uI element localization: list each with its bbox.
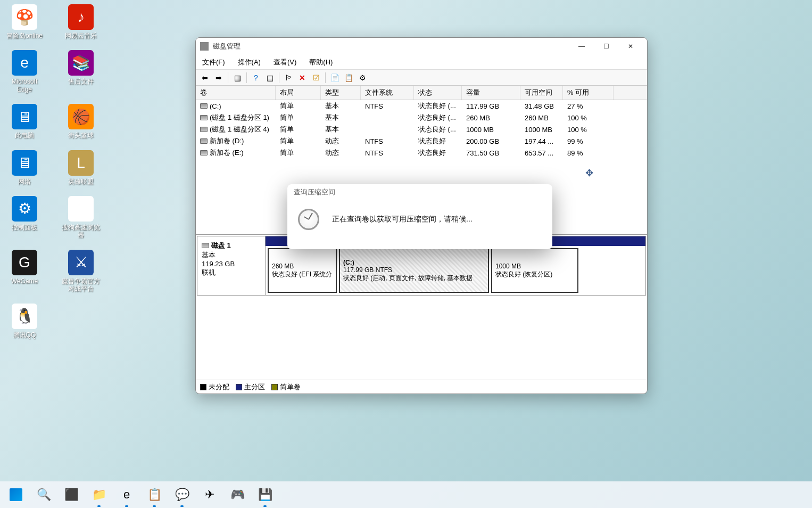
icon-label: Microsoft Edge [4, 78, 45, 93]
col-pct[interactable]: % 可用 [563, 86, 614, 100]
icon-label: 控制面板 [12, 224, 37, 231]
menu-file[interactable]: 文件(F) [200, 56, 227, 68]
disk-size-label: 119.23 GB [202, 260, 261, 268]
disk-name-label: 磁盘 1 [211, 241, 231, 250]
close-button[interactable]: ✕ [618, 38, 643, 55]
taskbar-unknown1[interactable]: 📋 [144, 484, 165, 505]
partition[interactable]: 260 MB状态良好 (EFI 系统分 [268, 248, 337, 293]
desktop-icon[interactable]: 🐧腾讯QQ [4, 304, 45, 339]
taskbar-edge[interactable]: e [116, 484, 137, 505]
tb-properties-icon[interactable]: 📋 [343, 72, 354, 84]
minimize-button[interactable]: — [569, 38, 594, 55]
tb-settings-icon[interactable]: ⚙ [357, 72, 368, 84]
taskbar-explorer[interactable]: 📁 [88, 484, 110, 505]
menu-action[interactable]: 操作(A) [236, 56, 263, 68]
col-fs[interactable]: 文件系统 [361, 86, 414, 100]
dialog-message: 正在查询卷以获取可用压缩空间，请稍候... [332, 215, 473, 224]
volume-icon [200, 115, 208, 120]
volume-header: 卷 布局 类型 文件系统 状态 容量 可用空间 % 可用 [196, 86, 647, 100]
partition[interactable]: 1000 MB状态良好 (恢复分区) [491, 248, 578, 293]
tb-flag-icon[interactable]: 🏳 [283, 72, 294, 84]
back-button[interactable]: ⬅ [199, 72, 211, 84]
taskbar-taskview[interactable]: ⬛ [61, 484, 82, 505]
icon-label: 搜狗高速浏览器 [61, 224, 101, 239]
start-icon [10, 488, 22, 501]
app-icon: 🖥 [12, 150, 37, 176]
taskbar-unknown4[interactable]: 🎮 [227, 484, 248, 505]
app-icon: S [68, 196, 94, 222]
query-shrink-dialog: 查询压缩空间 正在查询卷以获取可用压缩空间，请稍候... [287, 184, 552, 249]
col-type[interactable]: 类型 [321, 86, 361, 100]
col-free[interactable]: 可用空间 [520, 86, 563, 100]
icon-label: 街头篮球 [68, 132, 94, 139]
app-icon: G [12, 250, 37, 275]
tb-help-icon[interactable]: ? [250, 72, 262, 84]
tb-delete-icon[interactable]: ✕ [296, 72, 308, 84]
desktop-icon[interactable]: eMicrosoft Edge [4, 50, 45, 93]
tb-grid-icon[interactable]: ▦ [231, 72, 243, 84]
desktop-icon[interactable]: ⚔魔兽争霸官方对战平台 [61, 250, 101, 293]
tb-list-icon[interactable]: ▤ [264, 72, 276, 84]
volume-row[interactable]: (磁盘 1 磁盘分区 4) 简单 基本 状态良好 (... 1000 MB 10… [196, 124, 647, 135]
col-layout[interactable]: 布局 [276, 86, 321, 100]
menu-view[interactable]: 查看(V) [271, 56, 299, 68]
taskbar-unknown2[interactable]: 💬 [171, 484, 193, 505]
taskbar-search[interactable]: 🔍 [33, 484, 54, 505]
taskbar: 🔍⬛📁e📋💬✈🎮💾 [0, 481, 812, 508]
app-icon: e [12, 50, 37, 76]
volume-row[interactable]: (C:) 简单 基本 NTFS 状态良好 (... 117.99 GB 31.4… [196, 100, 647, 112]
icon-label: WeGame [11, 277, 38, 285]
desktop-icon[interactable]: 🏀街头篮球 [61, 104, 101, 139]
legend: 未分配 主分区 简单卷 [196, 380, 647, 394]
col-volume[interactable]: 卷 [196, 86, 276, 100]
app-icon: 🖥 [12, 104, 37, 129]
tb-check-icon[interactable]: ☑ [310, 72, 322, 84]
icon-label: 英雄联盟 [68, 178, 94, 185]
taskbar-start[interactable] [5, 484, 27, 505]
app-icon: ⚔ [68, 250, 94, 275]
icon-label: 网易云音乐 [65, 32, 97, 39]
app-icon [200, 42, 209, 51]
partition[interactable]: (C:)117.99 GB NTFS状态良好 (启动, 页面文件, 故障转储, … [339, 248, 489, 293]
col-status[interactable]: 状态 [414, 86, 462, 100]
menu-help[interactable]: 帮助(H) [307, 56, 335, 68]
swatch-olive [271, 384, 278, 390]
disk-graphical-view[interactable]: 磁盘 1 基本 119.23 GB 联机 260 MB状态良好 (EFI 系统分… [196, 235, 647, 380]
volume-icon [200, 150, 208, 155]
icon-label: 腾讯QQ [13, 331, 36, 339]
desktop-icon[interactable]: S搜狗高速浏览器 [61, 196, 101, 239]
taskbar-unknown3[interactable]: ✈ [199, 484, 220, 505]
col-cap[interactable]: 容量 [462, 86, 520, 100]
toolbar: ⬅ ➡ ▦ ? ▤ 🏳 ✕ ☑ 📄 📋 ⚙ [196, 70, 647, 86]
swatch-black [200, 384, 206, 390]
desktop-icon[interactable]: 🍄冒险岛online [4, 4, 45, 39]
legend-simple: 简单卷 [271, 382, 301, 392]
icon-label: 冒险岛online [6, 32, 43, 39]
desktop-icon[interactable]: ♪网易云音乐 [61, 4, 101, 39]
volume-icon [200, 103, 208, 109]
titlebar[interactable]: 磁盘管理 — ☐ ✕ [196, 38, 647, 55]
disk-type-label: 基本 [202, 250, 261, 260]
volume-row[interactable]: (磁盘 1 磁盘分区 1) 简单 基本 状态良好 (... 260 MB 260… [196, 112, 647, 124]
volume-row[interactable]: 新加卷 (E:) 简单 动态 NTFS 状态良好 731.50 GB 653.5… [196, 147, 647, 159]
desktop-icon[interactable]: GWeGame [4, 250, 45, 293]
icon-label: 此电脑 [15, 132, 34, 139]
desktop-icon[interactable]: 📚售后文件 [61, 50, 101, 93]
app-icon: 🐧 [12, 304, 37, 329]
dialog-title: 查询压缩空间 [287, 184, 552, 200]
maximize-button[interactable]: ☐ [594, 38, 618, 55]
disk-info[interactable]: 磁盘 1 基本 119.23 GB 联机 [197, 236, 266, 295]
desktop-icon[interactable]: ⚙控制面板 [4, 196, 45, 239]
desktop-icon[interactable]: 🖥网络 [4, 150, 45, 185]
forward-button[interactable]: ➡ [213, 72, 225, 84]
taskbar-diskmgmt[interactable]: 💾 [254, 484, 276, 505]
tb-new-icon[interactable]: 📄 [329, 72, 341, 84]
app-icon: ♪ [68, 4, 94, 30]
desktop-icon[interactable]: L英雄联盟 [61, 150, 101, 185]
icon-label: 魔兽争霸官方对战平台 [61, 277, 101, 293]
volume-row[interactable]: 新加卷 (D:) 简单 动态 NTFS 状态良好 200.00 GB 197.4… [196, 135, 647, 147]
disk-icon [202, 243, 209, 248]
app-icon: ⚙ [12, 196, 37, 222]
desktop-icon[interactable]: 🖥此电脑 [4, 104, 45, 139]
app-icon: 📚 [68, 50, 94, 76]
